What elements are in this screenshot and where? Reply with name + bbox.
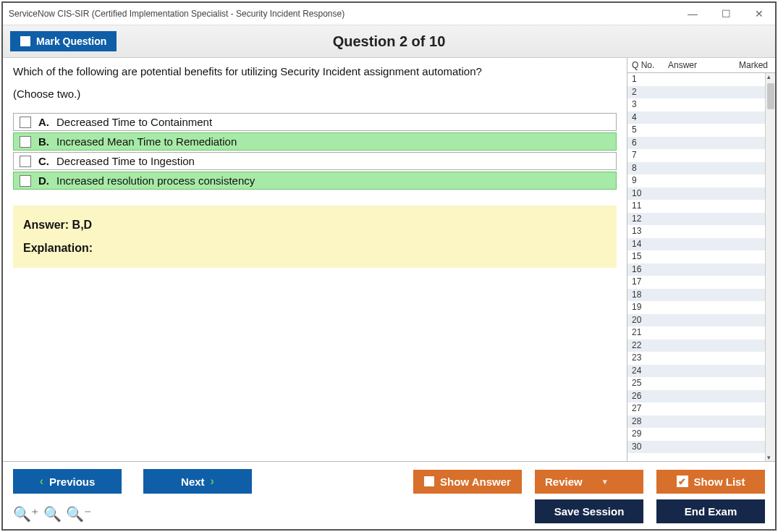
choice-A[interactable]: A. Decreased Time to Containment bbox=[13, 113, 617, 131]
review-dropdown[interactable]: Review bbox=[535, 470, 643, 494]
list-rows[interactable]: 1234567891011121314151617181920212223242… bbox=[627, 73, 765, 461]
list-row[interactable]: 11 bbox=[627, 200, 765, 213]
choice-D[interactable]: D. Increased resolution process consiste… bbox=[13, 172, 617, 190]
util-row: 🔍⁺ 🔍 🔍⁻ Save Session End Exam bbox=[13, 499, 765, 523]
list-row[interactable]: 22 bbox=[627, 339, 765, 352]
end-exam-button[interactable]: End Exam bbox=[656, 499, 765, 523]
choice-letter: D. bbox=[38, 174, 49, 187]
checkbox-icon bbox=[20, 36, 30, 46]
app-window: ServiceNow CIS-SIR (Certified Implementa… bbox=[1, 1, 777, 531]
list-row[interactable]: 18 bbox=[627, 289, 765, 302]
previous-label: Previous bbox=[49, 476, 95, 488]
maximize-icon[interactable]: ☐ bbox=[716, 8, 736, 20]
end-label: End Exam bbox=[685, 505, 737, 518]
list-row[interactable]: 3 bbox=[627, 98, 765, 111]
list-row[interactable]: 25 bbox=[627, 377, 765, 390]
minimize-icon[interactable]: — bbox=[682, 8, 703, 20]
list-row[interactable]: 13 bbox=[627, 225, 765, 238]
list-row[interactable]: 5 bbox=[627, 124, 765, 137]
question-pane: Which of the following are potential ben… bbox=[3, 58, 627, 461]
show-answer-button[interactable]: Show Answer bbox=[413, 470, 522, 494]
zoom-controls: 🔍⁺ 🔍 🔍⁻ bbox=[13, 501, 92, 523]
choice-C[interactable]: C. Decreased Time to Ingestion bbox=[13, 152, 617, 170]
list-body: 1234567891011121314151617181920212223242… bbox=[627, 73, 775, 461]
choices-container: A. Decreased Time to Containment B. Incr… bbox=[13, 113, 617, 190]
list-row[interactable]: 30 bbox=[627, 441, 765, 454]
list-row[interactable]: 6 bbox=[627, 137, 765, 150]
scroll-thumb[interactable] bbox=[767, 83, 774, 109]
question-text: Which of the following are potential ben… bbox=[13, 65, 617, 77]
checkbox-icon bbox=[424, 476, 434, 486]
zoom-reset-icon[interactable]: 🔍 bbox=[43, 505, 62, 523]
window-title: ServiceNow CIS-SIR (Certified Implementa… bbox=[9, 9, 344, 19]
col-answer: Answer bbox=[664, 58, 732, 72]
choice-text: Decreased Time to Ingestion bbox=[56, 155, 195, 167]
list-row[interactable]: 26 bbox=[627, 390, 765, 403]
list-row[interactable]: 21 bbox=[627, 326, 765, 339]
answer-line: Answer: B,D bbox=[23, 219, 606, 232]
chevron-left-icon: ‹ bbox=[40, 475, 43, 488]
col-qno: Q No. bbox=[627, 58, 664, 72]
zoom-out-icon[interactable]: 🔍⁻ bbox=[66, 505, 92, 523]
close-icon[interactable]: ✕ bbox=[749, 8, 769, 20]
list-header: Q No. Answer Marked bbox=[627, 58, 775, 73]
choice-text: Increased Mean Time to Remediation bbox=[56, 135, 237, 148]
window-controls: — ☐ ✕ bbox=[682, 8, 769, 20]
show-list-label: Show List bbox=[694, 476, 745, 488]
nav-row: ‹ Previous Next › Show Answer Review ✔ S… bbox=[13, 469, 765, 494]
checkbox-icon[interactable] bbox=[20, 136, 31, 148]
list-row[interactable]: 17 bbox=[627, 276, 765, 289]
list-row[interactable]: 1 bbox=[627, 73, 765, 86]
show-list-button[interactable]: ✔ Show List bbox=[656, 470, 765, 494]
show-answer-label: Show Answer bbox=[440, 476, 511, 488]
list-row[interactable]: 10 bbox=[627, 187, 765, 200]
choice-letter: C. bbox=[38, 155, 49, 167]
checkbox-icon[interactable] bbox=[20, 156, 31, 167]
save-label: Save Session bbox=[554, 505, 625, 518]
choice-B[interactable]: B. Increased Mean Time to Remediation bbox=[13, 132, 617, 151]
question-list-pane: Q No. Answer Marked 12345678910111213141… bbox=[627, 58, 775, 461]
list-row[interactable]: 2 bbox=[627, 86, 765, 99]
list-row[interactable]: 29 bbox=[627, 428, 765, 441]
answer-box: Answer: B,D Explanation: bbox=[13, 206, 617, 268]
header-bar: Mark Question Question 2 of 10 bbox=[3, 25, 775, 58]
checkbox-icon[interactable] bbox=[20, 117, 31, 128]
save-session-button[interactable]: Save Session bbox=[535, 499, 643, 523]
footer: ‹ Previous Next › Show Answer Review ✔ S… bbox=[3, 461, 775, 529]
list-row[interactable]: 4 bbox=[627, 111, 765, 124]
zoom-in-icon[interactable]: 🔍⁺ bbox=[13, 505, 39, 523]
question-heading: Question 2 of 10 bbox=[3, 33, 775, 50]
list-row[interactable]: 16 bbox=[627, 263, 765, 276]
choice-letter: B. bbox=[38, 135, 49, 148]
checkbox-icon[interactable] bbox=[20, 175, 31, 187]
list-row[interactable]: 24 bbox=[627, 365, 765, 378]
list-row[interactable]: 28 bbox=[627, 415, 765, 428]
list-row[interactable]: 7 bbox=[627, 149, 765, 162]
mark-label: Mark Question bbox=[36, 35, 106, 47]
next-button[interactable]: Next › bbox=[143, 469, 252, 494]
titlebar: ServiceNow CIS-SIR (Certified Implementa… bbox=[3, 3, 775, 25]
list-row[interactable]: 8 bbox=[627, 162, 765, 175]
chevron-right-icon: › bbox=[211, 475, 214, 488]
question-subtext: (Choose two.) bbox=[13, 88, 617, 100]
list-row[interactable]: 20 bbox=[627, 314, 765, 327]
explanation-label: Explanation: bbox=[23, 242, 606, 255]
review-label: Review bbox=[545, 476, 583, 488]
list-row[interactable]: 19 bbox=[627, 301, 765, 314]
checked-icon: ✔ bbox=[677, 476, 688, 487]
scrollbar[interactable] bbox=[765, 73, 775, 461]
list-row[interactable]: 9 bbox=[627, 174, 765, 187]
next-label: Next bbox=[181, 476, 205, 488]
list-row[interactable]: 23 bbox=[627, 352, 765, 365]
body: Which of the following are potential ben… bbox=[3, 58, 775, 461]
col-marked: Marked bbox=[732, 58, 775, 72]
choice-text: Increased resolution process consistency bbox=[56, 174, 255, 187]
previous-button[interactable]: ‹ Previous bbox=[13, 469, 122, 494]
list-row[interactable]: 12 bbox=[627, 213, 765, 226]
list-row[interactable]: 14 bbox=[627, 238, 765, 251]
list-row[interactable]: 15 bbox=[627, 250, 765, 263]
mark-question-button[interactable]: Mark Question bbox=[10, 31, 117, 51]
choice-text: Decreased Time to Containment bbox=[56, 116, 212, 128]
list-row[interactable]: 27 bbox=[627, 402, 765, 415]
choice-letter: A. bbox=[38, 116, 49, 128]
